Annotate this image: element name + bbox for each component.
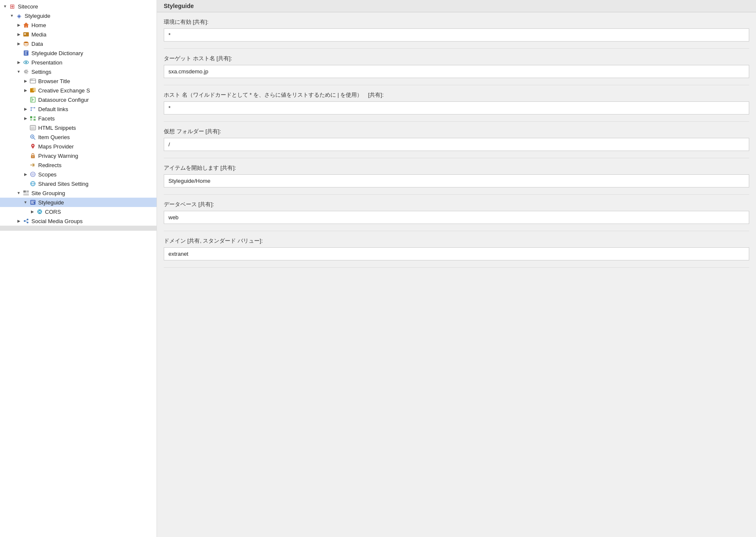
- toggle-cors[interactable]: [29, 210, 36, 214]
- sidebar-item-default-links[interactable]: Default links: [0, 104, 157, 114]
- home-icon: [22, 22, 30, 28]
- sidebar-item-styleguide-sg[interactable]: Styleguide: [0, 198, 157, 207]
- sidebar-item-datasource[interactable]: Datasource Configur: [0, 95, 157, 104]
- svg-rect-25: [30, 116, 32, 118]
- toggle-browser-title[interactable]: [22, 79, 29, 83]
- sidebar-label-item-queries: Item Queries: [38, 134, 70, 140]
- field-input-virtual-folder[interactable]: [164, 138, 749, 151]
- sidebar-label-social-media: Social Media Groups: [31, 218, 83, 224]
- sidebar-item-styleguide-dict[interactable]: Styleguide Dictionary: [0, 48, 157, 58]
- sidebar-item-data[interactable]: Data: [0, 39, 157, 48]
- toggle-data[interactable]: [15, 42, 22, 46]
- toggle-scopes[interactable]: [22, 172, 29, 176]
- sidebar-label-styleguide: Styleguide: [25, 13, 50, 19]
- cube-icon: ◈: [15, 12, 23, 19]
- sidebar-item-media[interactable]: Media: [0, 30, 157, 39]
- svg-text:</>: </>: [31, 127, 34, 129]
- field-input-target-host[interactable]: [164, 65, 749, 78]
- field-label-domain: ドメイン [共有, スタンダード バリュー]:: [164, 237, 749, 245]
- sidebar-label-browser-title: Browser Title: [38, 78, 70, 84]
- toggle-styleguide-sg[interactable]: [22, 200, 29, 204]
- sidebar-item-styleguide[interactable]: ◈Styleguide: [0, 11, 157, 20]
- svg-rect-48: [31, 203, 34, 204]
- sidebar-item-site-grouping[interactable]: Site Grouping: [0, 188, 157, 198]
- sidebar-item-sitecore[interactable]: ⊞Sitecore: [0, 2, 157, 11]
- svg-rect-18: [31, 97, 35, 102]
- sidebar-label-shared-sites: Shared Sites Setting: [38, 181, 89, 187]
- sidebar-item-cors[interactable]: CORS: [0, 207, 157, 216]
- sidebar-item-maps-provider[interactable]: Maps Provider: [0, 142, 157, 151]
- field-label-virtual-folder: 仮想 フォルダー [共有]:: [164, 128, 749, 135]
- svg-point-51: [27, 219, 28, 221]
- content-header: Styleguide: [157, 0, 756, 12]
- links-icon: [29, 106, 36, 112]
- toggle-creative-exchange[interactable]: [22, 88, 29, 92]
- field-label-start-item: アイテムを開始します [共有]:: [164, 164, 749, 172]
- svg-rect-1: [24, 33, 26, 35]
- toggle-presentation[interactable]: [15, 60, 22, 64]
- sidebar-item-settings[interactable]: Settings: [0, 67, 157, 76]
- sidebar-item-privacy-warning[interactable]: Privacy Warning: [0, 151, 157, 160]
- sidebar-item-shared-sites[interactable]: Shared Sites Setting: [0, 179, 157, 188]
- data-icon: [22, 40, 30, 47]
- svg-line-54: [25, 221, 26, 222]
- toggle-default-links[interactable]: [22, 107, 29, 111]
- svg-rect-0: [23, 32, 29, 36]
- cors-icon: [36, 208, 43, 215]
- svg-point-39: [32, 174, 33, 175]
- sidebar-item-browser-title[interactable]: Browser Title: [0, 76, 157, 86]
- sidebar-scrollbar[interactable]: [0, 226, 157, 231]
- svg-point-22: [31, 110, 32, 111]
- svg-rect-44: [23, 193, 29, 196]
- toggle-facets[interactable]: [22, 116, 29, 120]
- svg-point-20: [31, 107, 32, 109]
- sidebar-item-facets[interactable]: Facets: [0, 114, 157, 123]
- sidebar-item-social-media[interactable]: Social Media Groups: [0, 216, 157, 226]
- sg-icon: [29, 199, 36, 206]
- sidebar-item-presentation[interactable]: Presentation: [0, 58, 157, 67]
- field-group-target-host: ターゲット ホスト名 [共有]:: [157, 49, 756, 85]
- toggle-media[interactable]: [15, 32, 22, 36]
- maps-icon: [29, 143, 36, 150]
- field-input-host-name[interactable]: [164, 101, 749, 115]
- sidebar-item-redirects[interactable]: Redirects: [0, 160, 157, 170]
- field-input-kankyou-yuukou[interactable]: [164, 28, 749, 42]
- gear-icon: [22, 68, 30, 75]
- grid-icon: ⊞: [8, 3, 16, 10]
- svg-point-33: [31, 136, 33, 137]
- sidebar-item-html-snippets[interactable]: </>HTML Snippets: [0, 123, 157, 132]
- svg-rect-6: [25, 54, 27, 55]
- field-label-target-host: ターゲット ホスト名 [共有]:: [164, 55, 749, 62]
- sidebar-label-scopes: Scopes: [38, 171, 56, 178]
- sidebar-label-media: Media: [31, 31, 46, 38]
- svg-point-21: [34, 107, 35, 109]
- toggle-styleguide[interactable]: [8, 14, 15, 18]
- sidebar-label-home: Home: [31, 22, 46, 28]
- field-input-start-item[interactable]: [164, 174, 749, 187]
- field-group-domain: ドメイン [共有, スタンダード バリュー]:: [157, 231, 756, 268]
- toggle-settings[interactable]: [15, 70, 22, 74]
- svg-rect-17: [33, 90, 34, 91]
- sidebar-item-creative-exchange[interactable]: Creative Exchange S: [0, 86, 157, 95]
- field-input-database[interactable]: [164, 211, 749, 224]
- field-label-host-name: ホスト 名（ワイルドカードとして * を、さらに値をリストするために | を使用…: [164, 91, 749, 99]
- sidebar-label-creative-exchange: Creative Exchange S: [38, 87, 90, 94]
- toggle-site-grouping[interactable]: [15, 191, 22, 195]
- sidebar-item-item-queries[interactable]: Item Queries: [0, 132, 157, 142]
- toggle-social-media[interactable]: [15, 219, 22, 223]
- sidebar-label-privacy-warning: Privacy Warning: [38, 153, 78, 159]
- sidebar-item-scopes[interactable]: Scopes: [0, 170, 157, 179]
- browser-icon: [29, 78, 36, 84]
- field-input-domain[interactable]: [164, 247, 749, 260]
- media-icon: [22, 31, 30, 38]
- eye-icon: [22, 59, 30, 66]
- field-group-host-name: ホスト 名（ワイルドカードとして * を、さらに値をリストするために | を使用…: [157, 85, 756, 122]
- sidebar-item-home[interactable]: Home: [0, 20, 157, 30]
- toggle-sitecore[interactable]: [2, 4, 8, 8]
- dict-icon: [22, 50, 30, 56]
- sidebar-label-redirects: Redirects: [38, 162, 62, 168]
- sidebar-label-sitecore: Sitecore: [18, 3, 38, 10]
- sidebar-label-default-links: Default links: [38, 106, 68, 112]
- sidebar-label-styleguide-dict: Styleguide Dictionary: [31, 50, 83, 56]
- toggle-home[interactable]: [15, 23, 22, 27]
